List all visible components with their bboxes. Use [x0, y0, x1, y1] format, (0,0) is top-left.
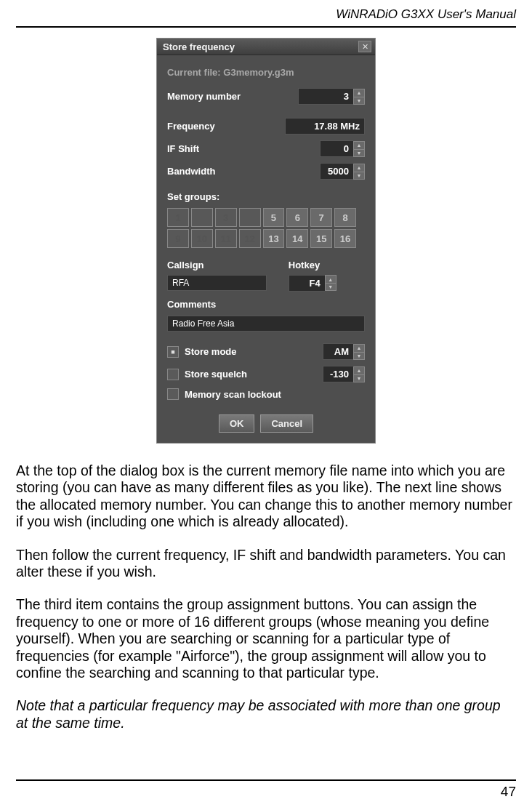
bandwidth-label: Bandwidth: [167, 166, 320, 177]
footer-rule: [16, 779, 516, 781]
store-mode-spinner[interactable]: ▲▼: [353, 344, 365, 360]
chevron-up-icon[interactable]: ▲: [353, 141, 365, 149]
paragraph-4: Note that a particular frequency may be …: [16, 697, 516, 731]
group-button-7[interactable]: 7: [310, 208, 332, 227]
chevron-up-icon[interactable]: ▲: [353, 89, 365, 97]
paragraph-2: Then follow the current frequency, IF sh…: [16, 547, 516, 581]
store-squelch-field[interactable]: -130: [323, 366, 353, 382]
bandwidth-field[interactable]: 5000: [320, 163, 353, 180]
bandwidth-spinner[interactable]: ▲▼: [353, 164, 365, 180]
store-mode-field[interactable]: AM: [323, 343, 353, 360]
ok-button[interactable]: OK: [219, 414, 255, 433]
paragraph-3: The third item contains the group assign…: [16, 596, 516, 681]
hotkey-label: Hotkey: [289, 260, 365, 270]
group-button-12[interactable]: 12: [239, 229, 261, 248]
chevron-down-icon[interactable]: ▼: [353, 352, 365, 360]
group-button-11[interactable]: 11: [215, 229, 237, 248]
memory-number-spinner[interactable]: ▲▼: [353, 89, 365, 105]
dialog-titlebar: Store frequency ✕: [157, 39, 375, 55]
ifshift-label: IF Shift: [167, 143, 320, 154]
chevron-up-icon[interactable]: ▲: [353, 344, 365, 352]
ifshift-spinner[interactable]: ▲▼: [353, 141, 365, 157]
memory-number-field[interactable]: 3: [298, 88, 353, 105]
comments-input[interactable]: [167, 316, 365, 332]
group-button-9[interactable]: 9: [167, 229, 189, 248]
store-frequency-dialog: Store frequency ✕ Current file: G3memory…: [156, 38, 376, 444]
group-button-1[interactable]: 1: [167, 208, 189, 227]
current-file-label: Current file:: [167, 67, 221, 78]
paragraph-1: At the top of the dialog box is the curr…: [16, 462, 516, 531]
lockout-checkbox[interactable]: [167, 388, 179, 400]
page-number: 47: [16, 784, 516, 800]
ifshift-field[interactable]: 0: [320, 140, 353, 157]
lockout-label: Memory scan lockout: [185, 389, 365, 400]
manual-header: WiNRADiO G3XX User's Manual: [16, 7, 516, 23]
chevron-up-icon[interactable]: ▲: [325, 275, 336, 283]
memory-number-label: Memory number: [167, 91, 298, 102]
chevron-down-icon[interactable]: ▼: [353, 149, 365, 157]
current-file-line: Current file: G3memory.g3m: [167, 67, 365, 78]
group-button-5[interactable]: 5: [263, 208, 285, 227]
group-button-8[interactable]: 8: [334, 208, 356, 227]
group-button-6[interactable]: 6: [286, 208, 308, 227]
chevron-down-icon[interactable]: ▼: [353, 172, 365, 180]
store-mode-checkbox[interactable]: [167, 346, 179, 358]
store-mode-label: Store mode: [185, 346, 323, 357]
group-button-13[interactable]: 13: [263, 229, 285, 248]
comments-label: Comments: [167, 299, 365, 310]
cancel-button[interactable]: Cancel: [260, 414, 313, 433]
hotkey-field[interactable]: F4: [289, 275, 325, 292]
group-button-15[interactable]: 15: [310, 229, 332, 248]
chevron-up-icon[interactable]: ▲: [353, 164, 365, 172]
store-squelch-checkbox[interactable]: [167, 369, 179, 380]
callsign-input[interactable]: [167, 275, 267, 291]
store-squelch-label: Store squelch: [185, 369, 323, 380]
callsign-label: Callsign: [167, 260, 267, 270]
close-icon[interactable]: ✕: [358, 41, 371, 52]
group-button-10[interactable]: 10: [191, 229, 213, 248]
group-grid: 135678910111213141516: [167, 208, 356, 248]
frequency-field[interactable]: 17.88 MHz: [285, 118, 365, 135]
group-button-4[interactable]: [239, 208, 261, 227]
group-button-16[interactable]: 16: [334, 229, 356, 248]
chevron-down-icon[interactable]: ▼: [325, 283, 336, 291]
header-rule: [16, 26, 516, 28]
set-groups-label: Set groups:: [167, 191, 365, 202]
frequency-label: Frequency: [167, 121, 285, 132]
chevron-down-icon[interactable]: ▼: [353, 374, 365, 382]
group-button-2[interactable]: [191, 208, 213, 227]
store-squelch-spinner[interactable]: ▲▼: [353, 366, 365, 382]
dialog-title: Store frequency: [163, 41, 235, 52]
group-button-14[interactable]: 14: [286, 229, 308, 248]
group-button-3[interactable]: 3: [215, 208, 237, 227]
chevron-down-icon[interactable]: ▼: [353, 97, 365, 105]
hotkey-spinner[interactable]: ▲▼: [325, 275, 336, 292]
current-file-value: G3memory.g3m: [223, 67, 294, 78]
chevron-up-icon[interactable]: ▲: [353, 366, 365, 374]
